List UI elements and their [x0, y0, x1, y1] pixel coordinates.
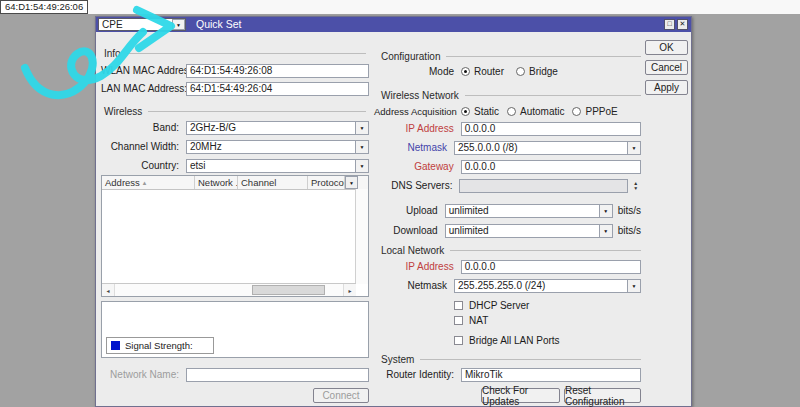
download-unit: bits/s [618, 225, 641, 236]
checkbox-icon[interactable] [454, 301, 463, 310]
channel-width-label: Channel Width: [101, 141, 186, 152]
nat-option[interactable]: NAT [454, 313, 634, 328]
radio-mode-bridge[interactable]: Bridge [516, 66, 558, 77]
chevron-down-icon[interactable]: ▼ [356, 121, 369, 135]
channel-width-row: Channel Width: 20MHz ▼ [101, 139, 369, 154]
chevron-down-icon[interactable]: ▼ [356, 159, 369, 173]
lan-ip-field[interactable]: 0.0.0.0 [461, 260, 641, 274]
radio-icon[interactable] [572, 107, 581, 116]
titlebar[interactable]: CPE ▼ Quick Set □ ✕ [96, 17, 691, 32]
top-strip [0, 0, 800, 14]
connect-button[interactable]: Connect [313, 388, 369, 403]
maximize-icon[interactable]: □ [664, 19, 675, 30]
mode-label: Mode [374, 66, 461, 77]
chevron-down-icon[interactable]: ▼ [600, 224, 613, 238]
table-header-row: Address ▴ Network ... Channel Protocol ▼ [102, 176, 368, 190]
lan-netmask-label: Netmask [374, 280, 454, 291]
window-title: Quick Set [196, 18, 242, 30]
column-header-channel[interactable]: Channel [238, 176, 308, 189]
wlan-mac-row: WLAN MAC Address: 64:D1:54:49:26:08 [101, 63, 369, 78]
wan-netmask-label: Netmask [374, 142, 454, 153]
download-field[interactable]: unlimited [445, 224, 600, 238]
chevron-down-icon[interactable]: ▼ [172, 19, 185, 30]
dhcp-server-option[interactable]: DHCP Server [454, 298, 634, 313]
wlan-mac-label: WLAN MAC Address: [101, 65, 186, 76]
country-label: Country: [101, 160, 186, 171]
radio-selected-icon[interactable] [461, 67, 470, 76]
ok-button[interactable]: OK [645, 40, 688, 55]
wlan-mac-field[interactable]: 64:D1:54:49:26:08 [186, 64, 369, 78]
chevron-down-icon[interactable]: ▼ [356, 140, 369, 154]
signal-series-swatch [111, 341, 120, 350]
chevron-down-icon[interactable]: ▼ [628, 141, 641, 155]
checkbox-icon[interactable] [454, 316, 463, 325]
country-row: Country: etsi ▼ [101, 158, 369, 173]
wireless-scan-table[interactable]: Address ▴ Network ... Channel Protocol ▼… [101, 175, 369, 297]
wan-netmask-row: Netmask 255.0.0.0 (/8) ▼ [374, 140, 641, 155]
dns-field[interactable] [459, 179, 628, 193]
scrollbar-thumb[interactable] [252, 285, 325, 295]
local-network-group-label: Local Network [381, 244, 641, 256]
gateway-label: Gateway [374, 161, 461, 172]
lan-mac-field[interactable]: 64:D1:54:49:26:04 [186, 82, 369, 96]
signal-strength-panel: Signal Strength: [101, 301, 369, 358]
sort-icon: ▴ [143, 179, 147, 187]
cancel-button[interactable]: Cancel [645, 60, 688, 75]
quickset-dialog: CPE ▼ Quick Set □ ✕ Info WLAN MAC Addres… [95, 16, 692, 407]
radio-acquisition-static[interactable]: Static [461, 106, 499, 117]
network-name-row: Network Name: [101, 367, 369, 382]
upload-label: Upload [374, 205, 445, 216]
top-mac-address: 64:D1:54:49:26:06 [0, 0, 88, 14]
mode-dropdown[interactable]: CPE ▼ [98, 18, 186, 31]
wan-ip-field[interactable]: 0.0.0.0 [461, 122, 641, 136]
column-header-network[interactable]: Network ... [195, 176, 238, 189]
wireless-network-group-label: Wireless Network [381, 89, 641, 101]
reset-configuration-button[interactable]: Reset Configuration [564, 388, 641, 403]
spinner-icon[interactable]: ▲ ▼ [630, 179, 641, 193]
mode-row: Mode Router Bridge [374, 64, 641, 79]
network-name-field[interactable] [186, 368, 369, 382]
radio-acquisition-automatic[interactable]: Automatic [507, 106, 564, 117]
lan-ip-label: IP Address [374, 261, 461, 272]
apply-button[interactable]: Apply [645, 80, 688, 95]
signal-strength-label: Signal Strength: [125, 340, 193, 351]
router-identity-field[interactable]: MikroTik [461, 368, 641, 382]
table-horizontal-scrollbar[interactable]: ◂ ▸ [102, 283, 356, 296]
check-for-updates-button[interactable]: Check For Updates [481, 388, 560, 403]
gateway-row: Gateway 0.0.0.0 [374, 159, 641, 174]
channel-width-select[interactable]: 20MHz [186, 140, 356, 154]
radio-selected-icon[interactable] [461, 107, 470, 116]
column-header-protocol[interactable]: Protocol [308, 176, 345, 189]
close-icon[interactable]: ✕ [677, 19, 688, 30]
table-vertical-scrollbar[interactable] [355, 189, 368, 284]
radio-mode-router[interactable]: Router [461, 66, 504, 77]
upload-field[interactable]: unlimited [445, 204, 600, 218]
column-header-address[interactable]: Address ▴ [102, 176, 195, 189]
scrollbar-track[interactable] [114, 284, 344, 296]
dhcp-server-label: DHCP Server [469, 300, 529, 311]
radio-acquisition-pppoe[interactable]: PPPoE [572, 106, 617, 117]
download-row: Download unlimited ▼ bits/s [374, 223, 641, 238]
wan-netmask-select[interactable]: 255.0.0.0 (/8) [454, 141, 628, 155]
router-identity-row: Router Identity: MikroTik [374, 367, 641, 382]
info-group-label: Info [104, 47, 366, 59]
gateway-field[interactable]: 0.0.0.0 [461, 160, 641, 174]
column-select-icon[interactable]: ▼ [345, 176, 358, 189]
system-group-label: System [381, 353, 641, 365]
chevron-down-icon[interactable]: ▼ [628, 279, 641, 293]
scroll-left-icon[interactable]: ◂ [102, 284, 114, 296]
bridge-all-lan-ports-option[interactable]: Bridge All LAN Ports [454, 333, 634, 348]
radio-icon[interactable] [507, 107, 516, 116]
dns-row: DNS Servers: ▲ ▼ [374, 178, 641, 193]
radio-icon[interactable] [516, 67, 525, 76]
lan-netmask-select[interactable]: 255.255.255.0 (/24) [454, 279, 628, 293]
scroll-right-icon[interactable]: ▸ [344, 284, 356, 296]
router-identity-label: Router Identity: [374, 369, 461, 380]
chevron-down-icon[interactable]: ▼ [600, 204, 613, 218]
bridge-all-lan-ports-label: Bridge All LAN Ports [469, 335, 560, 346]
checkbox-icon[interactable] [454, 336, 463, 345]
band-select[interactable]: 2GHz-B/G [186, 121, 356, 135]
download-label: Download [374, 225, 445, 236]
country-select[interactable]: etsi [186, 159, 356, 173]
wireless-group-label: Wireless [104, 105, 366, 117]
